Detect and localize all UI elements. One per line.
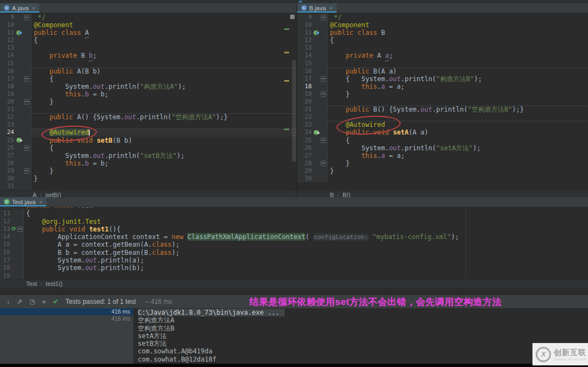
line-number[interactable]: 20 [299, 98, 312, 106]
line-number[interactable]: 21 [2, 106, 14, 113]
code-line[interactable]: 17 System.out.println(a); [0, 256, 588, 264]
code-line[interactable]: 16 B b = context.getBean(B.class); [0, 249, 588, 256]
line-number[interactable]: 25 [2, 137, 14, 144]
code-line[interactable]: 23 [0, 121, 297, 129]
close-icon[interactable]: × [39, 199, 42, 205]
run-test-icon[interactable]: ⟳ [10, 225, 17, 233]
fold-icon[interactable] [24, 76, 29, 82]
line-number[interactable]: 18 [2, 83, 14, 90]
console-line[interactable]: com.sowhat.A@b419da [138, 347, 588, 355]
inspection-status-square[interactable] [290, 15, 295, 19]
code-line[interactable]: 18 this.a = a; [297, 83, 588, 90]
code-line[interactable]: 13⟳ public void test1(){ [0, 225, 588, 233]
code-line[interactable]: 11public class A [0, 29, 297, 36]
line-number[interactable]: 18 [2, 264, 10, 272]
code-line[interactable]: 16 public B(A a) [297, 68, 588, 75]
console-line[interactable]: setA方法 [138, 332, 588, 340]
line-number[interactable]: 14 [2, 233, 10, 241]
line-number[interactable]: 21 [299, 106, 312, 113]
more-chevrons-icon[interactable]: » [42, 298, 46, 305]
code-line[interactable]: 22 [297, 113, 588, 121]
line-number[interactable]: 30 [2, 175, 14, 182]
fold-icon[interactable] [17, 227, 23, 232]
line-number[interactable]: 15 [2, 241, 10, 248]
code-line[interactable]: 18 System.out.println("构造方法A"); [0, 83, 297, 90]
code-line[interactable]: 10@Component [297, 21, 588, 29]
console-line[interactable]: com.sowhat.B@12da18f [138, 356, 588, 363]
code-line[interactable]: 22 public A() {System.out.println("空构造方法… [0, 113, 297, 121]
code-line[interactable]: 16 public A(B b) [0, 68, 297, 75]
close-icon[interactable]: × [329, 5, 333, 11]
line-number[interactable]: 27 [299, 152, 312, 160]
line-number[interactable]: 29 [2, 167, 14, 175]
stripe-mark-yellow[interactable] [284, 80, 289, 82]
code-line[interactable]: 12{ [0, 36, 297, 44]
code-line[interactable]: 14 private A a; [297, 52, 588, 59]
console-line[interactable]: setB方法 [138, 340, 588, 347]
code-line[interactable]: 17 { System.out.println("构造方法B"); [297, 75, 588, 83]
test-tree-row[interactable]: 416 ms [0, 315, 133, 322]
scrollbar-thumb[interactable] [292, 60, 296, 162]
line-number[interactable]: 10 [2, 21, 14, 29]
autowired-icon[interactable] [14, 138, 23, 143]
line-number[interactable]: 20 [2, 98, 14, 106]
line-number[interactable]: 13 [2, 44, 14, 52]
code-line[interactable]: 27 System.out.println("setB方法"); [0, 152, 297, 160]
code-line[interactable]: 19 this.b = b; [0, 90, 297, 98]
console-line[interactable]: 空构造方法A [138, 316, 588, 324]
fold-icon[interactable] [321, 138, 326, 143]
line-number[interactable]: 15 [2, 60, 14, 68]
code-line[interactable]: 9 */ [297, 14, 588, 21]
test-tree-panel[interactable]: 416 ms416 ms [0, 308, 133, 364]
line-number[interactable]: 16 [299, 68, 312, 75]
line-number[interactable]: 16 [2, 249, 10, 256]
line-number[interactable]: 30 [299, 175, 312, 182]
line-number[interactable]: 13 [299, 44, 312, 52]
down-arrow-icon[interactable]: ↓ [7, 298, 10, 305]
tab-b-java[interactable]: C B.java × [297, 3, 336, 13]
code-line[interactable]: 21 [0, 106, 297, 113]
line-number[interactable]: 9 [299, 14, 312, 21]
code-line[interactable]: 26 { [0, 144, 297, 152]
code-line[interactable]: 30 [297, 175, 588, 182]
line-number[interactable]: 9 [2, 14, 14, 21]
line-number[interactable]: 12 [2, 36, 14, 44]
fold-icon[interactable] [24, 145, 29, 151]
code-line[interactable]: 9 */ [0, 14, 297, 21]
line-number[interactable]: 22 [2, 113, 14, 121]
code-line[interactable]: 11public class B [297, 29, 588, 36]
code-line[interactable]: 15 A a = context.getBean(A.class); [0, 241, 588, 248]
code-line[interactable]: 14 private B b; [0, 52, 297, 59]
code-line[interactable]: 30} [0, 175, 297, 182]
fold-icon[interactable] [321, 161, 326, 166]
code-line[interactable]: 12 @org.junit.Test [0, 218, 588, 225]
line-number[interactable]: 10 [299, 21, 312, 29]
close-icon[interactable]: × [32, 5, 35, 11]
line-number[interactable]: 14 [2, 52, 14, 59]
line-number[interactable]: 17 [2, 75, 14, 83]
line-number[interactable]: 22 [299, 113, 312, 121]
code-line[interactable]: 18 System.out.println(b); [0, 264, 588, 272]
console-line[interactable]: 空构造方法B [138, 325, 588, 332]
line-number[interactable]: 14 [299, 52, 312, 59]
history-clock-icon[interactable]: ◷ [29, 298, 35, 305]
code-line[interactable]: 24 @Autowired [0, 129, 297, 136]
console-line[interactable]: C:\Java\jdk1.8.0_73\bin\java.exe ... [138, 309, 588, 316]
line-number[interactable]: 18 [299, 83, 312, 90]
code-line[interactable]: 23 @Autowired [297, 121, 588, 129]
code-editor-test[interactable]: 10public class Test11{12 @org.junit.Test… [0, 207, 588, 279]
line-number[interactable]: 16 [2, 68, 14, 75]
code-line[interactable]: 29} [297, 167, 588, 175]
code-line[interactable]: 13 [0, 44, 297, 52]
fold-icon[interactable] [321, 76, 326, 82]
fold-icon[interactable] [24, 15, 29, 20]
code-line[interactable]: 25 { [297, 137, 588, 144]
code-editor-a[interactable]: 9 */10@Component11public class A12{1314 … [0, 13, 297, 191]
line-number[interactable]: 26 [299, 144, 312, 152]
fold-icon[interactable] [24, 168, 29, 174]
code-editor-b[interactable]: 9 */10@Component11public class B12{1314 … [297, 13, 588, 191]
code-line[interactable]: 15 [0, 60, 297, 68]
code-line[interactable]: 19 [0, 272, 588, 279]
fold-icon[interactable] [321, 15, 326, 20]
line-number[interactable]: 11 [299, 29, 312, 36]
